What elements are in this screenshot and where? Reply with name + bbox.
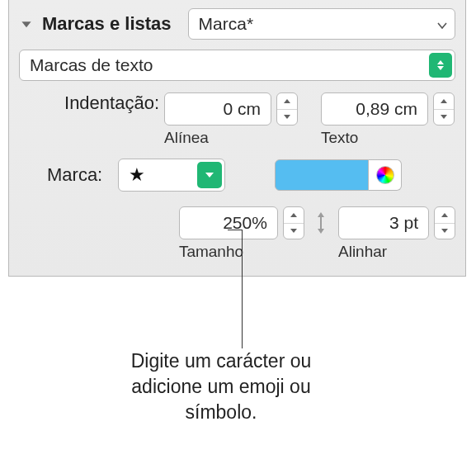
color-picker-button[interactable] (369, 159, 402, 191)
vertical-align-icon (309, 206, 333, 239)
indent-bullet-value: 0 cm (172, 99, 266, 119)
updown-caret-icon (429, 53, 452, 78)
align-stepper[interactable] (434, 206, 455, 239)
align-input[interactable]: 3 pt (338, 206, 429, 239)
indent-text-input[interactable]: 0,89 cm (321, 92, 428, 126)
indent-row: Indentação: 0 cm Alínea 0,89 cm (19, 92, 455, 147)
indent-text-stepper[interactable] (433, 92, 455, 126)
indent-label: Indentação: (19, 92, 164, 114)
indent-bullet-stepper[interactable] (276, 92, 298, 126)
chevron-down-icon (436, 14, 448, 34)
list-style-dropdown[interactable]: Marca* (188, 8, 455, 40)
disclosure-triangle-icon[interactable] (19, 17, 34, 31)
annotation-text: Digite um carácter ou adicione um emoji … (106, 348, 337, 425)
size-align-row: 250% Tamanho 3 pt (19, 206, 455, 261)
indent-bullet-caption: Alínea (164, 129, 209, 147)
indent-text-caption: Texto (321, 129, 358, 147)
bullet-symbol-value: ★ (129, 164, 145, 186)
stepper-up-icon[interactable] (284, 207, 304, 223)
section-title: Marcas e listas (42, 13, 172, 35)
bullets-lists-panel: Marcas e listas Marca* Marcas de texto I… (8, 0, 466, 277)
align-caption: Alinhar (338, 243, 387, 261)
bullet-label: Marca: (19, 164, 118, 186)
section-header: Marcas e listas Marca* (19, 8, 455, 40)
svg-rect-0 (320, 217, 322, 229)
stepper-down-icon[interactable] (434, 109, 454, 126)
bullet-type-dropdown[interactable]: Marcas de texto (19, 50, 455, 81)
stepper-down-icon[interactable] (435, 223, 455, 239)
bullet-symbol-row: Marca: ★ (19, 159, 455, 192)
bullet-color-well[interactable] (275, 159, 369, 191)
bullet-color-group (275, 159, 402, 191)
stepper-up-icon[interactable] (435, 207, 455, 223)
color-wheel-icon (376, 166, 394, 184)
bullet-type-value: Marcas de texto (30, 55, 153, 75)
stepper-up-icon[interactable] (277, 93, 297, 109)
list-style-value: Marca* (199, 14, 254, 34)
size-caption: Tamanho (179, 243, 243, 261)
bullet-symbol-select[interactable]: ★ (118, 159, 225, 192)
callout-line (242, 230, 243, 348)
chevron-down-icon (197, 162, 222, 188)
indent-bullet-input[interactable]: 0 cm (164, 92, 271, 126)
align-value: 3 pt (346, 213, 423, 233)
callout-line (228, 230, 243, 230)
stepper-up-icon[interactable] (434, 93, 454, 109)
size-stepper[interactable] (283, 206, 304, 239)
size-input[interactable]: 250% (179, 206, 278, 239)
stepper-down-icon[interactable] (284, 223, 304, 239)
stepper-down-icon[interactable] (277, 109, 297, 126)
indent-text-value: 0,89 cm (328, 99, 422, 119)
